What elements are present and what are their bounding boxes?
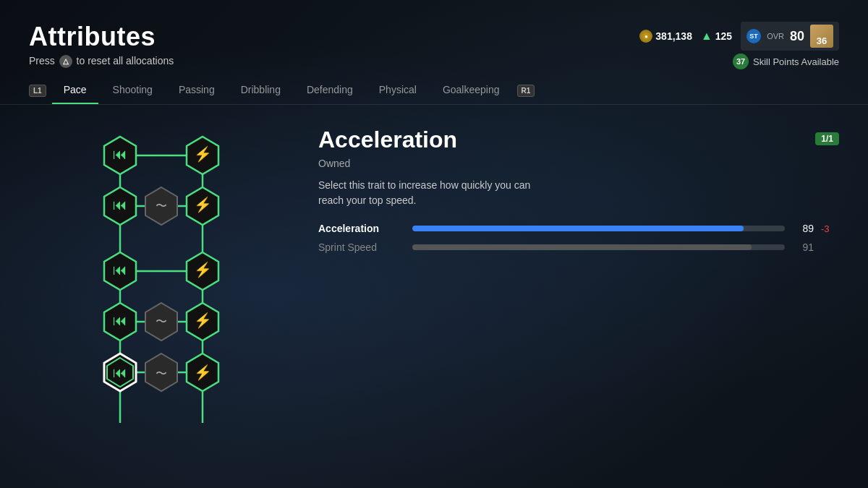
reset-text-post: to reset all allocations — [77, 55, 174, 67]
tab-pace[interactable]: Pace — [52, 77, 98, 104]
currency-row: ● 381,138 ▲ 125 ST OVR 80 36 — [639, 22, 839, 51]
player-info: ST OVR 80 36 — [741, 22, 839, 51]
trait-count-badge: 1/1 — [815, 132, 839, 145]
stat-value-acceleration: 89 — [792, 223, 814, 234]
svg-text:⏮: ⏮ — [113, 197, 127, 213]
trait-header: Acceleration 1/1 — [318, 127, 839, 153]
trophies-display: ▲ 125 — [701, 30, 732, 43]
reset-text-pre: Press — [29, 55, 55, 67]
header: Attributes Press △ to reset all allocati… — [0, 0, 868, 77]
page-title: Attributes — [29, 22, 174, 52]
coins-display: ● 381,138 — [639, 30, 692, 43]
skill-tree: ⏮ ⚡ ⏮ 〜 ⚡ ⏮ ⚡ ⏮ 〜 — [72, 119, 275, 423]
trophy-icon: ▲ — [701, 30, 712, 43]
player-avatar: 36 — [810, 25, 833, 48]
top-right-info: ● 381,138 ▲ 125 ST OVR 80 36 — [639, 22, 839, 69]
main-content-wrapper: Attributes Press △ to reset all allocati… — [0, 0, 868, 488]
tab-passing[interactable]: Passing — [167, 77, 226, 104]
title-section: Attributes Press △ to reset all allocati… — [29, 22, 174, 68]
stat-value-sprint: 91 — [792, 241, 814, 253]
skill-points-row: 37 Skill Points Available — [733, 53, 839, 69]
triangle-button-icon[interactable]: △ — [59, 55, 72, 68]
skill-points-badge: 37 — [733, 53, 749, 69]
ovr-value: 80 — [790, 29, 804, 44]
tab-physical[interactable]: Physical — [367, 77, 428, 104]
stat-delta-acceleration: -3 — [821, 223, 839, 234]
right-nav-badge: R1 — [517, 85, 535, 97]
svg-text:〜: 〜 — [156, 200, 167, 212]
svg-text:⚡: ⚡ — [194, 196, 212, 213]
coin-icon: ● — [639, 30, 652, 43]
svg-text:⏮: ⏮ — [113, 312, 127, 328]
main-area: ⏮ ⚡ ⏮ 〜 ⚡ ⏮ ⚡ ⏮ 〜 — [0, 119, 868, 423]
svg-text:⏮: ⏮ — [113, 364, 127, 380]
svg-text:⏮: ⏮ — [113, 262, 127, 278]
detail-panel: Acceleration 1/1 Owned Select this trait… — [318, 119, 839, 423]
svg-text:⏮: ⏮ — [113, 146, 127, 162]
trait-description: Select this trait to increase how quickl… — [318, 178, 550, 208]
nav-tabs: L1 Pace Shooting Passing Dribbling Defen… — [0, 77, 868, 105]
stat-bar-fill-acceleration — [412, 226, 744, 231]
svg-text:⚡: ⚡ — [194, 364, 212, 381]
svg-text:⚡: ⚡ — [194, 145, 212, 163]
trait-name: Acceleration — [318, 127, 457, 153]
stat-label-sprint: Sprint Speed — [318, 241, 405, 253]
stat-bar-fill-sprint — [412, 244, 752, 250]
tab-goalkeeping[interactable]: Goalkeeping — [431, 77, 511, 104]
position-badge: ST — [746, 29, 761, 43]
svg-text:⚡: ⚡ — [194, 312, 212, 329]
coins-value: 381,138 — [655, 30, 692, 42]
reset-hint: Press △ to reset all allocations — [29, 55, 174, 68]
trait-status: Owned — [318, 158, 839, 169]
tab-dribbling[interactable]: Dribbling — [229, 77, 292, 104]
stat-bar-bg-acceleration — [412, 226, 785, 231]
stat-label-acceleration: Acceleration — [318, 223, 405, 234]
player-number: 36 — [817, 35, 827, 48]
stat-row-acceleration: Acceleration 89 -3 — [318, 223, 839, 234]
stat-bar-bg-sprint — [412, 244, 785, 250]
tab-shooting[interactable]: Shooting — [101, 77, 164, 104]
stat-row-sprint: Sprint Speed 91 — [318, 241, 839, 253]
svg-text:〜: 〜 — [156, 367, 167, 380]
ovr-label: OVR — [767, 32, 784, 40]
skill-points-label: Skill Points Available — [753, 56, 839, 67]
trophies-value: 125 — [715, 30, 732, 42]
left-nav-badge: L1 — [29, 85, 46, 97]
svg-text:⚡: ⚡ — [194, 261, 212, 278]
tab-defending[interactable]: Defending — [295, 77, 365, 104]
position-label: ST — [749, 33, 758, 40]
svg-text:〜: 〜 — [156, 315, 167, 328]
